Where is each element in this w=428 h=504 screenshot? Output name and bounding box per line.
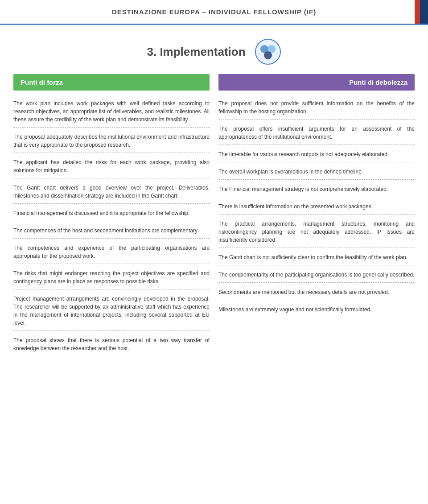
section-title: 3. Implementation <box>147 45 245 59</box>
list-item: The timetable for various research outpu… <box>218 147 415 162</box>
list-item: The risks that might endanger reaching t… <box>13 266 210 289</box>
left-column-header: Punti di forza <box>13 74 210 91</box>
list-item: Project management arrangements are conv… <box>13 291 210 331</box>
implementation-icon <box>255 38 281 65</box>
list-item: The proposal adequately describes the in… <box>13 129 210 153</box>
list-item: Milestones are extremely vague and not s… <box>218 302 415 317</box>
list-item: The proposal shows that there is serious… <box>13 333 210 356</box>
right-column: Punti di debolezza The proposal does not… <box>218 74 415 358</box>
list-item: The Gantt chart delivers a good overview… <box>13 180 210 204</box>
header-accent-red <box>415 0 420 24</box>
svg-point-3 <box>264 51 272 59</box>
header-accent-blue <box>420 0 428 24</box>
right-column-header: Punti di debolezza <box>218 74 415 91</box>
list-item: The practical arrangements, management s… <box>218 216 415 248</box>
list-item: The competences of the host and secondme… <box>13 223 210 239</box>
list-item: The competences and experience of the pa… <box>13 240 210 264</box>
list-item: Financial management is discussed and it… <box>13 206 210 221</box>
header: DESTINAZIONE EUROPA – INDIVIDUAL FELLOWS… <box>0 0 428 25</box>
main-columns: Punti di forza The work plan includes wo… <box>0 74 428 371</box>
list-item: The overall workplan is overambitious in… <box>218 164 415 180</box>
list-item: The applicant has detailed the risks for… <box>13 155 210 178</box>
left-column: Punti di forza The work plan includes wo… <box>13 74 210 358</box>
page: DESTINAZIONE EUROPA – INDIVIDUAL FELLOWS… <box>0 0 428 504</box>
list-item: The complementarity of the participating… <box>218 267 415 283</box>
section-heading: 3. Implementation <box>0 25 428 74</box>
list-item: There is insufficient information on the… <box>218 199 415 215</box>
list-item: The Gantt chart is not sufficiently clea… <box>218 250 415 265</box>
list-item: The proposal offers insufficient argumen… <box>218 121 415 145</box>
list-item: Secondments are mentioned but the necess… <box>218 285 415 300</box>
list-item: The Financial management strategy is not… <box>218 182 415 197</box>
list-item: The proposal does not provide sufficient… <box>218 96 415 120</box>
list-item: The work plan includes work packages wit… <box>13 96 210 128</box>
header-title: DESTINAZIONE EUROPA – INDIVIDUAL FELLOWS… <box>112 8 316 16</box>
